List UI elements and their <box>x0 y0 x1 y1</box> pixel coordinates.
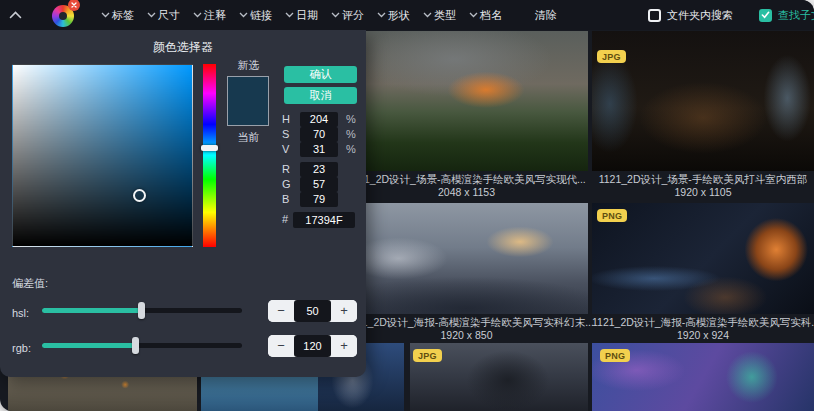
h-value-input[interactable]: 204 <box>300 112 338 127</box>
slider-fill <box>42 343 136 348</box>
collapse-toolbar-button[interactable] <box>9 11 22 19</box>
g-value-input[interactable]: 57 <box>300 177 338 192</box>
remove-color-filter-button[interactable] <box>68 0 80 11</box>
hsl-deviation-slider[interactable] <box>42 302 242 319</box>
thumbnail-caption: 1121_2D设计_场景-高模渲染手绘欧美风写实现代... 2048 x 115… <box>345 173 588 199</box>
filter-shape[interactable]: 形状 <box>372 4 415 27</box>
chevron-down-icon <box>377 12 386 18</box>
search-in-folder-option[interactable]: 文件夹内搜索 <box>648 8 733 23</box>
h-label: H <box>282 112 294 127</box>
hue-slider-handle[interactable] <box>201 145 218 151</box>
slider-track[interactable] <box>42 343 242 348</box>
filter-label: 注释 <box>204 8 226 23</box>
file-dimensions: 1920 x 924 <box>592 329 814 342</box>
find-subfolder-checkbox[interactable] <box>759 9 772 22</box>
confirm-button[interactable]: 确认 <box>284 66 357 83</box>
file-dimensions: 1920 x 1105 <box>592 186 814 199</box>
chevron-down-icon <box>101 12 110 18</box>
new-color-label: 新选 <box>221 58 276 73</box>
s-label: S <box>282 127 294 142</box>
v-value-input[interactable]: 31 <box>300 142 338 157</box>
file-title: 1121_2D设计_海报-高模渲染手绘欧美风写实科... <box>592 316 814 329</box>
filter-toolbar: 标签 尺寸 注释 链接 日期 评分 <box>0 0 814 30</box>
hsl-slider-label: hsl: <box>12 307 29 319</box>
thumbnail-war-village-scene[interactable] <box>345 31 588 171</box>
v-label: V <box>282 142 294 157</box>
filter-label: 链接 <box>250 8 272 23</box>
color-filter-chip[interactable] <box>52 3 76 27</box>
chevron-down-icon <box>239 12 248 18</box>
current-color-label: 当前 <box>221 130 276 145</box>
b-label: B <box>282 192 294 207</box>
file-title: 1121_2D设计_场景-高模渲染手绘欧美风写实现代... <box>345 173 588 186</box>
saturation-value-area[interactable] <box>12 64 193 247</box>
check-icon <box>761 11 770 19</box>
g-label: G <box>282 177 294 192</box>
s-unit: % <box>346 127 356 142</box>
chevron-down-icon <box>147 12 156 18</box>
filter-filename[interactable]: 档名 <box>464 4 507 27</box>
filter-notes[interactable]: 注释 <box>188 4 231 27</box>
clear-filters-button[interactable]: 清除 <box>529 4 563 27</box>
thumbnail-caption: 1121_2D设计_海报-高模渲染手绘欧美风写实科... 1920 x 924 <box>592 316 814 342</box>
deviation-label: 偏差值: <box>12 276 48 291</box>
filter-label: 评分 <box>342 8 364 23</box>
rgb-deviation-value[interactable]: 120 <box>294 335 331 357</box>
chevron-down-icon <box>331 12 340 18</box>
h-unit: % <box>346 112 356 127</box>
rgb-deviation-stepper: − 120 + <box>268 335 357 357</box>
s-value-input[interactable]: 70 <box>300 127 338 142</box>
search-in-folder-checkbox[interactable] <box>648 9 661 22</box>
filter-label: 形状 <box>388 8 410 23</box>
increment-button[interactable]: + <box>331 300 357 322</box>
rgb-slider-label: rgb: <box>12 342 31 354</box>
search-in-folder-label: 文件夹内搜索 <box>667 8 733 23</box>
b-value-input[interactable]: 79 <box>300 192 338 207</box>
increment-button[interactable]: + <box>331 335 357 357</box>
chevron-up-icon <box>9 11 22 19</box>
color-cursor[interactable] <box>133 189 146 202</box>
chevron-down-icon <box>469 12 478 18</box>
chevron-down-icon <box>193 12 202 18</box>
rgb-deviation-slider[interactable] <box>42 337 242 354</box>
format-badge-jpg: JPG <box>597 50 626 63</box>
thumbnail-scifi-battle-poster[interactable] <box>345 203 588 314</box>
filter-menu: 标签 尺寸 注释 链接 日期 评分 <box>96 4 507 27</box>
color-wheel-center <box>59 12 67 20</box>
filter-rating[interactable]: 评分 <box>326 4 369 27</box>
thumbnail-caption: 1121_2D设计_场景-手绘欧美风打斗室内西部 1920 x 1105 <box>592 173 814 199</box>
filter-type[interactable]: 类型 <box>418 4 461 27</box>
hex-value-input[interactable]: 17394F <box>293 212 355 228</box>
slider-handle[interactable] <box>132 337 139 354</box>
slider-handle[interactable] <box>138 302 145 319</box>
filter-label: 日期 <box>296 8 318 23</box>
filter-label: 尺寸 <box>158 8 180 23</box>
filter-date[interactable]: 日期 <box>280 4 323 27</box>
cancel-button[interactable]: 取消 <box>284 87 357 104</box>
close-icon <box>71 2 77 8</box>
hue-slider[interactable] <box>203 64 216 247</box>
find-subfolder-option[interactable]: 查找子文 <box>759 8 814 23</box>
slider-fill <box>42 308 142 313</box>
decrement-button[interactable]: − <box>268 335 294 357</box>
format-badge-png: PNG <box>597 209 627 222</box>
app-window: 1121_2D设计_场景-高模渲染手绘欧美风写实现代... 2048 x 115… <box>0 0 814 411</box>
filter-label: 档名 <box>480 8 502 23</box>
filter-links[interactable]: 链接 <box>234 4 277 27</box>
filter-tags[interactable]: 标签 <box>96 4 139 27</box>
chevron-down-icon <box>285 12 294 18</box>
chevron-down-icon <box>423 12 432 18</box>
v-unit: % <box>346 142 356 157</box>
filter-label: 标签 <box>112 8 134 23</box>
decrement-button[interactable]: − <box>268 300 294 322</box>
color-picker-panel: 颜色选择器 新选 当前 确认 取消 H 204 % S 70 % V 31 % … <box>0 30 366 377</box>
r-value-input[interactable]: 23 <box>300 162 338 177</box>
find-subfolder-label: 查找子文 <box>778 8 814 23</box>
hsl-deviation-value[interactable]: 50 <box>294 300 331 322</box>
filter-size[interactable]: 尺寸 <box>142 4 185 27</box>
color-preview-swatch <box>227 76 269 126</box>
r-label: R <box>282 162 294 177</box>
hsl-deviation-stepper: − 50 + <box>268 300 357 322</box>
format-badge-jpg: JPG <box>413 349 442 362</box>
color-picker-title: 颜色选择器 <box>0 39 366 56</box>
